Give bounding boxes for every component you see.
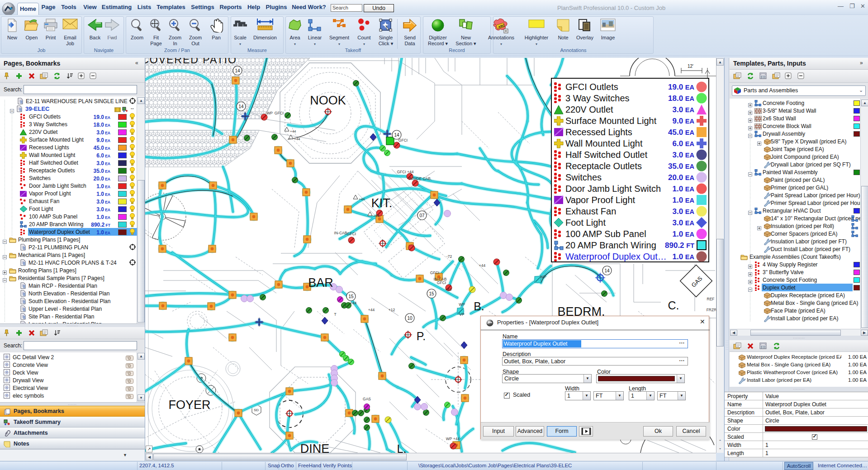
svg-text:FOYER: FOYER	[168, 398, 210, 412]
svg-text:+44: +44	[294, 137, 300, 141]
svg-text:SD: SD	[254, 408, 259, 412]
svg-text:T: T	[334, 312, 336, 317]
svg-text:COVERED PATIO: COVERED PATIO	[145, 58, 237, 66]
svg-text:GFCI: GFCI	[398, 138, 408, 142]
svg-text:WP +44: WP +44	[446, 437, 460, 441]
svg-text:15: 15	[429, 291, 434, 296]
svg-text:GFCI: GFCI	[437, 280, 446, 285]
svg-text:WP: WP	[459, 302, 465, 307]
svg-text:REF: REF	[707, 297, 715, 301]
svg-text:L.: L.	[397, 442, 407, 453]
svg-text:14: 14	[238, 104, 244, 109]
svg-text:DINE: DINE	[300, 442, 330, 453]
svg-text:+44: +44	[368, 308, 375, 312]
svg-text:15: 15	[348, 294, 354, 299]
svg-text:B.: B.	[474, 300, 484, 313]
svg-text:+12: +12	[389, 308, 395, 312]
svg-text:+44: +44	[350, 301, 357, 305]
svg-text:+44: +44	[290, 129, 296, 133]
svg-text:+44: +44	[479, 263, 486, 268]
svg-text:FRZR: FRZR	[707, 308, 716, 312]
svg-text:GAS: GAS	[363, 397, 371, 401]
svg-text:NOOK: NOOK	[310, 94, 346, 107]
svg-text:GFCI: GFCI	[275, 111, 284, 115]
svg-text:+44: +44	[445, 287, 452, 292]
svg-text:BAR: BAR	[308, 276, 333, 290]
svg-text:14: 14	[604, 268, 610, 273]
svg-text:C.: C.	[668, 299, 679, 312]
svg-text:10: 10	[407, 316, 413, 321]
svg-text:GFCI: GFCI	[347, 232, 356, 236]
svg-text:IN-CAB: IN-CAB	[334, 231, 347, 235]
svg-text:14: 14	[394, 133, 399, 138]
svg-text:KIT.: KIT.	[371, 196, 393, 210]
svg-text:P.: P.	[417, 330, 426, 342]
svg-text:WP: WP	[266, 111, 273, 115]
svg-text:07: 07	[419, 213, 425, 218]
svg-text:VP: VP	[459, 312, 465, 317]
svg-text:WP: WP	[540, 275, 546, 279]
svg-text:-72: -72	[446, 254, 452, 259]
svg-text:14: 14	[235, 68, 240, 73]
svg-text:+44: +44	[359, 197, 365, 201]
svg-text:12': 12'	[688, 64, 693, 69]
svg-text:INSIDE CAB.: INSIDE CAB.	[409, 176, 432, 181]
svg-text:GFCI +44: GFCI +44	[397, 170, 413, 174]
svg-text:+44: +44	[373, 214, 379, 218]
svg-text:GFCI: GFCI	[430, 271, 439, 275]
